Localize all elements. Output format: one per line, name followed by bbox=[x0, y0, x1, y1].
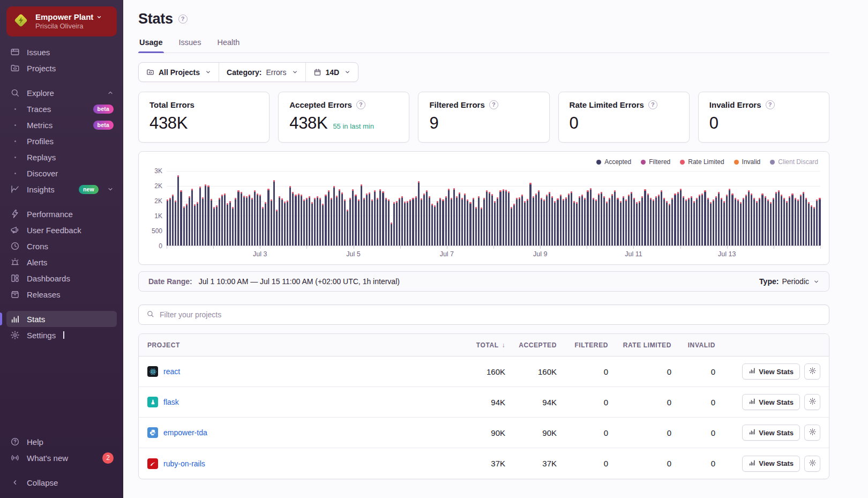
beta-badge: beta bbox=[93, 121, 114, 130]
sidebar-item-label: Alerts bbox=[27, 258, 47, 267]
org-logo-icon bbox=[12, 11, 30, 32]
tab-health[interactable]: Health bbox=[216, 38, 241, 53]
legend-item[interactable]: Rate Limited bbox=[680, 158, 724, 166]
sidebar-item-insights[interactable]: Insights new bbox=[6, 181, 117, 197]
view-stats-button[interactable]: View Stats bbox=[742, 394, 800, 410]
column-header-filtered[interactable]: FILTERED bbox=[557, 341, 608, 349]
chart-bars bbox=[167, 171, 820, 246]
sidebar-item-discover[interactable]: Discover bbox=[6, 165, 117, 181]
cell-rate-limited: 0 bbox=[608, 428, 671, 437]
sidebar-item-traces[interactable]: Traces beta bbox=[6, 101, 117, 117]
view-stats-button[interactable]: View Stats bbox=[742, 363, 800, 380]
card-value: 0 bbox=[709, 114, 719, 133]
column-header-invalid[interactable]: INVALID bbox=[671, 341, 715, 349]
sidebar-item-settings[interactable]: Settings bbox=[6, 327, 117, 343]
project-link[interactable]: ruby-on-rails bbox=[163, 459, 205, 468]
sidebar-item-label: Performance bbox=[27, 210, 73, 219]
chart-plot-area[interactable] bbox=[167, 171, 820, 246]
sidebar-item-releases[interactable]: Releases bbox=[6, 286, 117, 302]
sidebar-item-label: What's new bbox=[27, 454, 68, 463]
type-dropdown[interactable]: Type: Periodic bbox=[759, 277, 819, 286]
sidebar-item-label: Traces bbox=[27, 105, 51, 114]
card-rate-limited-errors: Rate Limited Errors? 0 bbox=[558, 92, 690, 143]
legend-item[interactable]: Filtered bbox=[641, 158, 670, 166]
column-header-project[interactable]: PROJECT bbox=[147, 341, 452, 349]
sidebar: Empower Plant Priscila Oliveira Issues P… bbox=[0, 0, 123, 498]
cell-invalid: 0 bbox=[671, 398, 715, 407]
column-header-accepted[interactable]: ACCEPTED bbox=[505, 341, 557, 349]
react-icon bbox=[147, 366, 158, 377]
cell-filtered: 0 bbox=[557, 398, 608, 407]
project-filter-dropdown[interactable]: All Projects bbox=[139, 63, 219, 81]
sidebar-item-dashboards[interactable]: Dashboards bbox=[6, 270, 117, 286]
sidebar-item-whats-new[interactable]: What's new 2 bbox=[6, 450, 117, 466]
bar-chart-icon bbox=[749, 367, 755, 376]
card-accepted-errors: Accepted Errors? 438K55 in last min bbox=[278, 92, 409, 143]
chevron-down-icon bbox=[107, 186, 114, 192]
sidebar-item-profiles[interactable]: Profiles bbox=[6, 133, 117, 149]
bar-chart-icon bbox=[749, 428, 755, 437]
help-circle-icon[interactable]: ? bbox=[356, 100, 365, 109]
sidebar-item-replays[interactable]: Replays bbox=[6, 149, 117, 165]
sidebar-item-label: Collapse bbox=[27, 478, 58, 487]
legend-item[interactable]: Client Discard bbox=[770, 158, 818, 166]
card-value: 9 bbox=[429, 114, 438, 133]
legend-item[interactable]: Invalid bbox=[734, 158, 761, 166]
chevron-up-icon bbox=[107, 90, 114, 96]
card-total-errors: Total Errors 438K bbox=[138, 92, 270, 143]
sidebar-item-user-feedback[interactable]: User Feedback bbox=[6, 222, 117, 238]
sidebar-item-projects[interactable]: Projects bbox=[6, 60, 117, 76]
legend-dot bbox=[596, 160, 601, 165]
project-settings-button[interactable] bbox=[804, 456, 820, 472]
sidebar-item-help[interactable]: Help bbox=[6, 434, 117, 450]
view-stats-button[interactable]: View Stats bbox=[742, 425, 800, 441]
project-settings-button[interactable] bbox=[804, 425, 820, 441]
python-icon bbox=[147, 427, 158, 438]
view-stats-button[interactable]: View Stats bbox=[742, 456, 800, 472]
category-filter-dropdown[interactable]: Category: Errors bbox=[219, 63, 305, 81]
stats-icon bbox=[10, 314, 20, 324]
legend-item[interactable]: Accepted bbox=[596, 158, 631, 166]
project-link[interactable]: empower-tda bbox=[163, 428, 207, 437]
sidebar-item-label: User Feedback bbox=[27, 226, 81, 235]
help-circle-icon[interactable]: ? bbox=[648, 100, 657, 109]
legend-dot bbox=[680, 160, 685, 165]
tab-issues[interactable]: Issues bbox=[178, 38, 203, 53]
org-switcher[interactable]: Empower Plant Priscila Oliveira bbox=[6, 6, 117, 36]
date-range-dropdown[interactable]: 14D bbox=[305, 63, 358, 81]
search-input[interactable] bbox=[160, 310, 821, 319]
sidebar-item-performance[interactable]: Performance bbox=[6, 206, 117, 222]
cell-accepted: 37K bbox=[505, 459, 557, 468]
project-settings-button[interactable] bbox=[804, 394, 820, 410]
project-link[interactable]: react bbox=[163, 367, 180, 376]
help-circle-icon[interactable]: ? bbox=[489, 100, 498, 109]
help-circle-icon[interactable]: ? bbox=[178, 14, 188, 24]
help-circle-icon[interactable]: ? bbox=[766, 100, 775, 109]
bar-chart-icon bbox=[749, 459, 755, 468]
card-trend: 55 in last min bbox=[333, 122, 374, 130]
score-cards: Total Errors 438K Accepted Errors? 438K5… bbox=[138, 92, 829, 143]
project-link[interactable]: flask bbox=[163, 398, 179, 406]
search-icon bbox=[146, 310, 154, 320]
date-range-value: 14D bbox=[326, 68, 340, 77]
sidebar-item-stats[interactable]: Stats bbox=[6, 311, 117, 327]
tab-usage[interactable]: Usage bbox=[138, 38, 164, 53]
flask-icon bbox=[147, 397, 158, 407]
card-title: Invalid Errors bbox=[709, 100, 761, 109]
card-value: 0 bbox=[570, 114, 579, 133]
sidebar-collapse-button[interactable]: Collapse bbox=[6, 474, 117, 490]
cell-total: 94K bbox=[452, 398, 505, 407]
project-settings-button[interactable] bbox=[804, 363, 820, 380]
chart-legend: Accepted Filtered Rate Limited Invalid C… bbox=[145, 158, 820, 166]
clock-icon bbox=[10, 241, 20, 251]
column-header-rate-limited[interactable]: RATE LIMITED bbox=[608, 341, 671, 349]
sidebar-item-alerts[interactable]: Alerts bbox=[6, 254, 117, 270]
sidebar-item-issues[interactable]: Issues bbox=[6, 44, 117, 60]
sidebar-section-explore[interactable]: Explore bbox=[6, 85, 117, 101]
chevron-left-icon bbox=[10, 479, 20, 486]
sidebar-item-crons[interactable]: Crons bbox=[6, 238, 117, 254]
sidebar-nav: Issues Projects Explore Traces beta Metr… bbox=[6, 44, 117, 343]
projects-icon bbox=[10, 63, 20, 73]
sidebar-item-metrics[interactable]: Metrics beta bbox=[6, 117, 117, 133]
column-header-total[interactable]: TOTAL ↓ bbox=[452, 341, 505, 349]
